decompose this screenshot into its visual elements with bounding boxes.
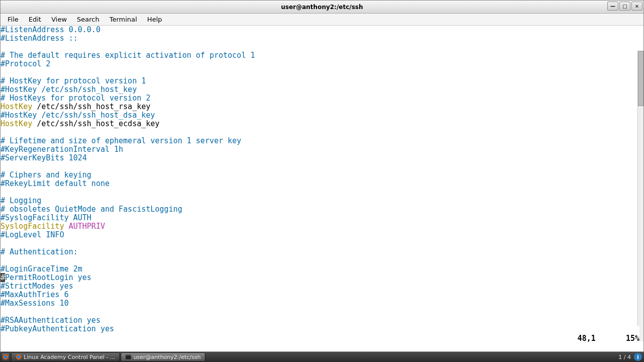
term-icon: [125, 354, 131, 360]
config-line: #SyslogFacility AUTH: [1, 214, 643, 222]
terminal-content[interactable]: #ListenAddress 0.0.0.0#ListenAddress :: …: [1, 26, 643, 351]
config-line: #StrictModes yes: [1, 282, 643, 291]
config-line: #MaxSessions 10: [1, 299, 643, 308]
cursor: #: [1, 273, 5, 282]
config-line: #LoginGraceTime 2m: [1, 265, 643, 274]
window-controls: — □ ✕: [607, 2, 642, 11]
config-line: #LogLevel INFO: [1, 231, 643, 239]
svg-point-1: [4, 355, 7, 358]
menu-view[interactable]: View: [46, 15, 72, 24]
config-line: [1, 239, 643, 248]
taskbar-item-label: user@anthony2:/etc/ssh: [133, 354, 201, 360]
window-title: user@anthony2:/etc/ssh: [281, 4, 363, 11]
firefox-icon: [16, 354, 22, 360]
taskbar-item[interactable]: Linux Academy Control Panel - ...: [11, 352, 120, 361]
config-line: #RekeyLimit default none: [1, 179, 643, 188]
taskbar-item[interactable]: user@anthony2:/etc/ssh: [121, 352, 205, 361]
menubar: FileEditViewSearchTerminalHelp: [1, 14, 643, 26]
config-line: [1, 68, 643, 77]
menu-file[interactable]: File: [3, 15, 24, 24]
svg-rect-5: [126, 355, 131, 356]
config-line: #KeyRegenerationInterval 1h: [1, 145, 643, 154]
config-line: HostKey /etc/ssh/ssh_host_rsa_key: [1, 103, 643, 111]
file-percent: 15%: [626, 334, 639, 343]
firefox-icon: [3, 354, 9, 360]
terminal-window: user@anthony2:/etc/ssh — □ ✕ FileEditVie…: [0, 0, 644, 352]
config-line: #ListenAddress ::: [1, 34, 643, 43]
config-line: #HostKey /etc/ssh/ssh_host_dsa_key: [1, 111, 643, 120]
config-line: #ServerKeyBits 1024: [1, 154, 643, 162]
config-line: # obsoletes QuietMode and FascistLogging: [1, 205, 643, 214]
config-line: SyslogFacility AUTHPRIV: [1, 222, 643, 231]
config-line: [1, 256, 643, 265]
config-line: HostKey /etc/ssh/ssh_host_ecdsa_key: [1, 120, 643, 128]
config-line: #RSAAuthentication yes: [1, 316, 643, 325]
config-line: [1, 188, 643, 197]
config-line: # Logging: [1, 197, 643, 205]
config-line: # Authentication:: [1, 248, 643, 256]
titlebar[interactable]: user@anthony2:/etc/ssh — □ ✕: [1, 1, 643, 14]
config-line: # HostKey for protocol version 1: [1, 77, 643, 85]
menu-edit[interactable]: Edit: [24, 15, 46, 24]
close-button[interactable]: ✕: [631, 2, 642, 11]
scroll-thumb[interactable]: [638, 51, 643, 106]
config-line: [1, 162, 643, 171]
notification-badge[interactable]: i: [634, 353, 642, 361]
menu-search[interactable]: Search: [72, 15, 105, 24]
taskbar-item-label: Linux Academy Control Panel - ...: [24, 354, 115, 360]
system-tray: 1 / 4 i: [618, 353, 644, 361]
vim-status: 48,115%: [520, 326, 639, 351]
config-line: #PermitRootLogin yes: [1, 274, 643, 282]
svg-point-3: [17, 355, 20, 358]
config-line: [1, 128, 643, 137]
menu-help[interactable]: Help: [142, 15, 167, 24]
config-line: #MaxAuthTries 6: [1, 291, 643, 299]
workspace-pager[interactable]: 1 / 4: [618, 354, 631, 360]
config-line: #HostKey /etc/ssh/ssh_host_key: [1, 85, 643, 94]
start-button[interactable]: [1, 352, 10, 361]
cursor-position: 48,1: [578, 334, 596, 343]
config-line: # Lifetime and size of ephemeral version…: [1, 137, 643, 145]
config-line: # The default requires explicit activati…: [1, 51, 643, 60]
config-line: [1, 43, 643, 51]
maximize-button[interactable]: □: [619, 2, 630, 11]
taskbar: Linux Academy Control Panel - ...user@an…: [0, 352, 644, 362]
scrollbar[interactable]: [637, 51, 643, 341]
menu-terminal[interactable]: Terminal: [104, 15, 142, 24]
config-line: #ListenAddress 0.0.0.0: [1, 26, 643, 34]
minimize-button[interactable]: —: [607, 2, 618, 11]
config-line: # Ciphers and keying: [1, 171, 643, 179]
config-line: [1, 308, 643, 316]
config-line: # HostKeys for protocol version 2: [1, 94, 643, 103]
config-line: #Protocol 2: [1, 60, 643, 68]
